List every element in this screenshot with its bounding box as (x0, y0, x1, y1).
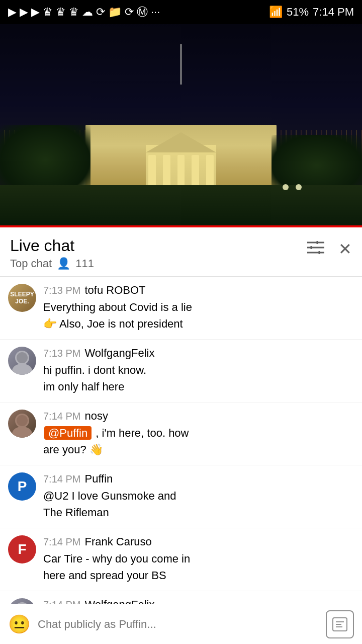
play-icon-2: ▶ (20, 6, 28, 19)
status-icons-left: ▶ ▶ ▶ ♛ ♛ ♛ ☁ ⟳ 📁 ⟳ Ⓜ ··· (8, 5, 160, 20)
m-icon: Ⓜ (137, 5, 148, 20)
message-meta: 7:14 PM nosy (43, 410, 354, 423)
message-meta: 7:14 PM Puffin (43, 472, 354, 486)
live-chat-title: Live chat (10, 236, 94, 255)
viewer-icon: 👤 (57, 257, 70, 270)
message-text: hi puffin. i dont know.im only half here (43, 362, 354, 395)
top-chat-label[interactable]: Top chat (10, 257, 52, 270)
message-content: 7:14 PM nosy @Puffin , i'm here, too. ho… (43, 410, 354, 458)
close-icon[interactable]: ✕ (338, 239, 352, 259)
svg-point-8 (17, 352, 28, 363)
building-illustration (55, 95, 307, 195)
cloud-icon: ☁ (82, 6, 93, 19)
crown-icon-2: ♛ (56, 6, 66, 19)
status-icons-right: 📶 51% 7:14 PM (269, 6, 354, 19)
dots-icon: ··· (151, 6, 160, 19)
avatar: P (8, 472, 36, 501)
message-author: WolfgangFelix (84, 347, 154, 360)
message-time: 7:14 PM (43, 411, 80, 422)
message-row: P 7:14 PM Puffin @U2 I love Gunsmoke and… (0, 465, 362, 528)
message-author: Puffin (84, 472, 113, 486)
avatar: F (8, 535, 36, 564)
chat-header: Live chat Top chat 👤 111 ✕ (0, 227, 362, 277)
message-meta: 7:13 PM tofu ROBOT (43, 284, 354, 297)
message-time: 7:14 PM (43, 473, 80, 485)
svg-point-10 (12, 427, 32, 438)
message-author: tofu ROBOT (84, 284, 145, 297)
message-text: @U2 I love Gunsmoke andThe Rifleman (43, 488, 354, 521)
folder-icon: 📁 (108, 6, 122, 19)
crown-icon-3: ♛ (69, 6, 79, 19)
message-text: Car Tire - why do you come inhere and sp… (43, 550, 354, 584)
message-time: 7:13 PM (43, 348, 80, 359)
message-text: Everything about Covid is a lie👉 Also, J… (43, 299, 354, 332)
message-meta: 7:14 PM Frank Caruso (43, 535, 354, 548)
message-meta: 7:13 PM WolfgangFelix (43, 347, 354, 360)
sync-icon: ⟳ (96, 6, 105, 19)
message-author: Frank Caruso (84, 535, 151, 548)
chat-header-right: ✕ (307, 239, 352, 259)
chat-input-field[interactable] (38, 610, 319, 638)
message-content: 7:14 PM Frank Caruso Car Tire - why do y… (43, 535, 354, 584)
mention-tag: @Puffin (44, 426, 92, 440)
avatar: SLEEPYJOE. (8, 284, 36, 312)
message-time: 7:13 PM (43, 285, 80, 296)
status-bar: ▶ ▶ ▶ ♛ ♛ ♛ ☁ ⟳ 📁 ⟳ Ⓜ ··· 📶 51% 7:14 PM (0, 0, 362, 24)
emoji-button[interactable]: 😐 (8, 614, 31, 635)
avatar (8, 410, 36, 438)
play-icon-3: ▶ (31, 6, 40, 19)
message-author: nosy (84, 410, 108, 423)
wifi-icon: 📶 (269, 6, 283, 19)
svg-point-7 (12, 364, 32, 375)
filter-icon[interactable] (307, 240, 324, 259)
chat-subtitle: Top chat 👤 111 (10, 257, 94, 270)
messages-area: SLEEPYJOE. 7:13 PM tofu ROBOT Everything… (0, 277, 362, 644)
sync-icon-2: ⟳ (125, 6, 134, 19)
message-row: 7:13 PM WolfgangFelix hi puffin. i dont … (0, 340, 362, 403)
video-player[interactable] (0, 24, 362, 225)
trees-left (0, 125, 90, 195)
message-time: 7:14 PM (43, 536, 80, 548)
grounds (0, 185, 362, 225)
message-content: 7:13 PM tofu ROBOT Everything about Covi… (43, 284, 354, 332)
avatar (8, 347, 36, 375)
light-dots (283, 184, 302, 190)
message-row: SLEEPYJOE. 7:13 PM tofu ROBOT Everything… (0, 277, 362, 340)
chat-input-bar: 😐 (0, 604, 362, 644)
svg-point-11 (17, 415, 28, 426)
message-row: 7:14 PM nosy @Puffin , i'm here, too. ho… (0, 403, 362, 465)
message-content: 7:13 PM WolfgangFelix hi puffin. i dont … (43, 347, 354, 395)
message-row: F 7:14 PM Frank Caruso Car Tire - why do… (0, 528, 362, 591)
message-content: 7:14 PM Puffin @U2 I love Gunsmoke andTh… (43, 472, 354, 521)
send-button[interactable] (326, 610, 354, 638)
crown-icon: ♛ (43, 6, 53, 19)
play-icon: ▶ (8, 6, 17, 19)
message-text: @Puffin , i'm here, too. howare you? 👋 (43, 425, 354, 458)
viewer-count: 111 (75, 257, 94, 270)
chat-header-left: Live chat Top chat 👤 111 (10, 236, 94, 270)
time-display: 7:14 PM (313, 6, 354, 19)
battery-text: 51% (287, 6, 309, 19)
